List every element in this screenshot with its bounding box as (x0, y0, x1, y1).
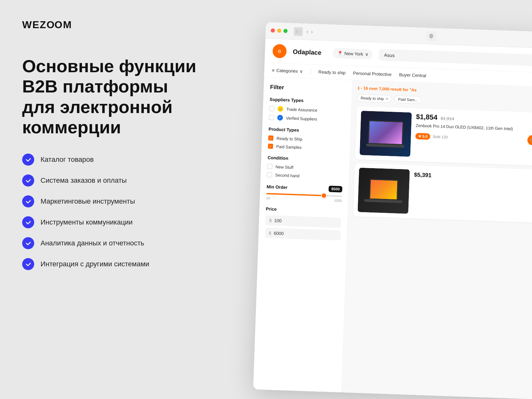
results-panel: 1 - 16 over 7,000 result for "As Ready t… (342, 80, 532, 399)
verified-suppliers-label: Verfied Suppliers (286, 116, 317, 121)
nav-arrows[interactable]: ‹ › (307, 28, 313, 35)
minimize-button[interactable] (277, 28, 281, 33)
crown-icon: 👑 (277, 106, 283, 112)
filter-option-new[interactable]: New Stuff (267, 164, 343, 171)
list-item: Аналитика данных и отчетность (22, 237, 200, 249)
price-max-value: 6000 (274, 231, 284, 236)
forward-icon[interactable]: › (311, 28, 313, 35)
list-item: Маркетинговые инструменты (22, 195, 200, 207)
features-list: Каталог товаров Система заказов и оплаты… (22, 154, 200, 270)
search-input[interactable] (379, 49, 532, 66)
feature-label-5: Аналитика данных и отчетность (41, 239, 144, 247)
feature-label-4: Инструменты коммуникации (41, 218, 133, 226)
min-order-value-badge: $500 (329, 186, 342, 192)
paid-samples-label: Paid Samples (276, 144, 302, 150)
checkbox-trade[interactable] (269, 106, 275, 111)
main-area: Filter Suppliers Types 👑 Trade Assurance… (253, 77, 532, 399)
product-card-2[interactable]: $5,391 (353, 163, 532, 223)
product-price-original-1: $1,914 (440, 116, 454, 121)
filter-option-paid-samples[interactable]: ✓ Paid Samples (268, 143, 344, 151)
svg-text:G: G (278, 49, 281, 54)
dollar-icon-max: $ (269, 231, 271, 236)
app-content: G Odaplace 📍 New York ∨ ≡ Categories ∨ (253, 39, 532, 399)
feature-label-3: Маркетинговые инструменты (41, 197, 135, 206)
checkbox-verified[interactable] (269, 115, 274, 120)
ready-to-ship-label: Ready to Ship (276, 136, 302, 142)
categories-label: Categories (276, 68, 298, 73)
list-item: Каталог товаров (22, 154, 200, 166)
min-order-label-row: Min Order $500 (267, 183, 343, 192)
wezom-logo: WEZOOM (22, 19, 200, 31)
suppliers-filter-section: Suppliers Types 👑 Trade Assurance ✓ Verf… (269, 97, 345, 123)
price-max-input[interactable]: $ 6000 (265, 228, 341, 240)
price-min-value: 100 (274, 218, 282, 223)
add-to-cart-button-1[interactable]: 🛒 (527, 135, 532, 145)
chevron-down-icon: ∨ (365, 52, 369, 57)
price-min-input[interactable]: $ 100 (265, 215, 341, 228)
product-info-2: $5,391 (413, 170, 532, 218)
product-meta-1: ★ 5.0 Sold 120 🛒 (415, 131, 532, 145)
nav-link-buyer[interactable]: Buyer Central (399, 68, 427, 83)
checkbox-paid-samples[interactable]: ✓ (268, 143, 273, 149)
range-slider-fill (266, 193, 327, 196)
range-slider-thumb[interactable] (321, 193, 327, 199)
filter-option-ready[interactable]: ✓ Ready to Ship (268, 135, 344, 143)
location-pin-icon: 📍 (337, 51, 343, 56)
filter-tag-paid[interactable]: Paid Sam... (395, 95, 421, 104)
back-icon[interactable]: ‹ (307, 28, 309, 35)
filter-option-verified[interactable]: ✓ Verfied Suppliers (269, 115, 345, 123)
filter-option-second-hand[interactable]: Second hand (267, 172, 343, 180)
trade-assurance-label: Trade Assurance (286, 107, 317, 112)
close-button[interactable] (271, 28, 275, 33)
svg-rect-0 (296, 29, 297, 33)
chevron-down-icon: ∨ (300, 69, 303, 74)
nav-link-ready[interactable]: Ready to ship (318, 65, 346, 80)
nav-link-protective[interactable]: Personal Protective (353, 66, 392, 81)
maximize-button[interactable] (283, 29, 288, 33)
suppliers-section-title: Suppliers Types (269, 97, 345, 104)
check-icon-4 (22, 216, 34, 228)
list-icon: ≡ (272, 68, 275, 73)
check-icon-5 (22, 237, 34, 249)
shield-icon (426, 31, 436, 41)
rating-badge-1: ★ 5.0 (415, 133, 430, 140)
laptop-screen-2-icon (369, 179, 398, 200)
sidebar-toggle-icon[interactable] (294, 27, 303, 36)
laptop-image-1 (360, 111, 412, 157)
list-item: Интеграция с другими системами (22, 258, 200, 270)
check-icon-1 (22, 154, 34, 166)
location-selector[interactable]: 📍 New York ∨ (332, 48, 373, 59)
svg-rect-2 (298, 31, 301, 32)
condition-section-title: Condition (268, 155, 343, 162)
feature-label-2: Система заказов и оплаты (41, 176, 127, 185)
feature-label-1: Каталог товаров (41, 155, 94, 164)
filter-title: Filter (270, 84, 346, 93)
range-max-label: 1000 (334, 199, 342, 203)
left-panel: WEZOOM Основные функции B2B платформы дл… (0, 0, 222, 399)
price-filter-section: Price $ 100 $ 6000 (265, 206, 341, 240)
filter-tag-ready-label: Ready to ship (361, 96, 384, 101)
feature-label-6: Интеграция с другими системами (41, 260, 149, 268)
filter-option-trade[interactable]: 👑 Trade Assurance (269, 106, 345, 114)
range-min-label: 10 (266, 196, 270, 200)
categories-button[interactable]: ≡ Categories ∨ (272, 63, 303, 78)
product-info-1: $1,854 $1,914 Zenbook Pro 14 Duo OLED (U… (415, 113, 532, 161)
product-image-1 (360, 111, 412, 157)
results-count: 1 - 16 over 7,000 result for (358, 86, 409, 92)
location-text: New York (344, 51, 363, 57)
browser-window: ‹ › G Odaplace (253, 22, 532, 399)
filter-tag-ready[interactable]: Ready to ship ✕ (357, 94, 392, 103)
checkbox-second-hand[interactable] (267, 172, 272, 177)
condition-filter-section: Condition New Stuff Second hand (267, 155, 343, 180)
remove-filter-ready-icon[interactable]: ✕ (385, 97, 389, 101)
check-icon-3 (22, 195, 34, 207)
product-price-1: $1,854 (416, 113, 437, 121)
rating-value-1: 5.0 (422, 134, 428, 139)
laptop-image-2 (358, 168, 410, 214)
min-order-title: Min Order (267, 184, 288, 190)
checkbox-new-stuff[interactable] (267, 164, 273, 169)
filter-panel: Filter Suppliers Types 👑 Trade Assurance… (253, 77, 353, 393)
checkbox-ready-to-ship[interactable]: ✓ (268, 135, 274, 141)
traffic-lights (271, 28, 288, 33)
product-card-1[interactable]: $1,854 $1,914 Zenbook Pro 14 Duo OLED (U… (355, 106, 532, 166)
